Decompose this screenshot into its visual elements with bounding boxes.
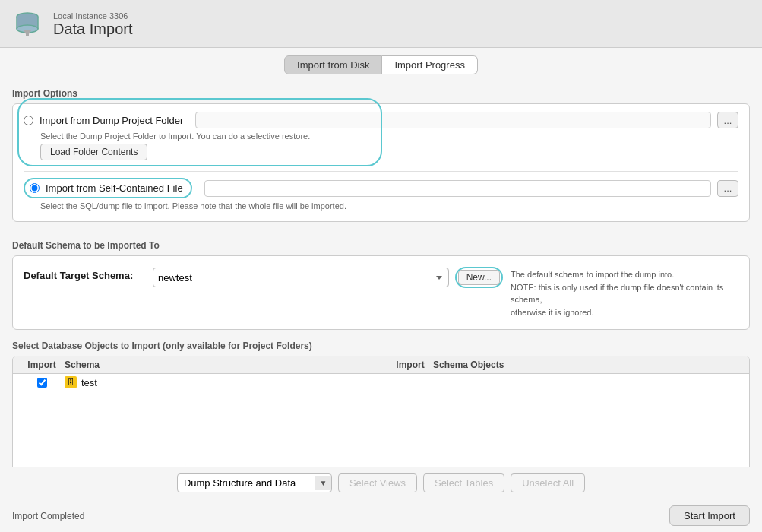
objects-right-panel: Import Schema Objects <box>381 356 749 467</box>
note-line1: The default schema to import the dump in… <box>511 270 674 279</box>
row1-checkbox[interactable] <box>37 378 47 388</box>
select-tables-btn[interactable]: Select Tables <box>423 473 504 492</box>
schema-select[interactable]: newtest test mysql information_schema <box>153 268 449 287</box>
left-table-header: Import Schema <box>13 356 381 374</box>
schema-section-label: Default Schema to be Imported To <box>12 240 750 251</box>
tab-bar: Import from Disk Import Progress <box>0 48 762 81</box>
radio-self-contained[interactable] <box>30 183 40 193</box>
radio1-hint: Select the Dump Project Folder to Import… <box>40 131 738 141</box>
main-window: Local Instance 3306 Data Import Import f… <box>0 0 762 532</box>
radio2-highlight: Import from Self-Contained File <box>24 178 192 198</box>
radio1-browse-btn[interactable]: ... <box>717 112 738 128</box>
radio2-path-input[interactable]: /Users/madeleinesmithpersonal/dumps/Dump… <box>204 180 711 197</box>
tab-import-from-disk[interactable]: Import from Disk <box>284 55 382 74</box>
right-header-import: Import <box>387 359 433 370</box>
radio1-label: Import from Dump Project Folder <box>40 115 183 126</box>
row-schema-label: test <box>81 377 97 388</box>
radio-dump-project[interactable] <box>24 116 33 125</box>
table-row: 🗄 test <box>13 374 381 391</box>
schema-row: Default Target Schema: newtest test mysq… <box>24 267 738 318</box>
radio2-hint: Select the SQL/dump file to import. Plea… <box>40 201 738 211</box>
radio2-section: Import from Self-Contained File /Users/m… <box>24 178 738 211</box>
titlebar: Local Instance 3306 Data Import <box>0 0 762 48</box>
schema-db-icon: 🗄 <box>65 376 77 388</box>
instance-name: Local Instance 3306 <box>53 11 132 21</box>
left-header-import: Import <box>19 359 65 370</box>
titlebar-text: Local Instance 3306 Data Import <box>53 11 132 38</box>
dump-select-arrow[interactable]: ▼ <box>315 476 331 490</box>
objects-section-label: Select Database Objects to Import (only … <box>12 340 750 351</box>
import-options-label: Import Options <box>12 88 750 99</box>
unselect-all-btn[interactable]: Unselect All <box>511 473 585 492</box>
schema-box: Default Target Schema: newtest test mysq… <box>12 255 750 330</box>
new-btn-highlight: New... <box>455 267 503 288</box>
note-line2: NOTE: this is only used if the dump file… <box>511 283 723 305</box>
radio1-path-input[interactable]: /Users/madeleinesmithpersonal/dumps/Dump… <box>195 112 711 128</box>
objects-left-panel: Import Schema 🗄 test <box>13 356 381 467</box>
row-schema-name: 🗄 test <box>65 376 375 388</box>
window-title: Data Import <box>53 21 132 38</box>
schema-note: The default schema to import the dump in… <box>511 267 738 318</box>
note-line3: otherwise it is ignored. <box>511 308 593 317</box>
footer-bar: Import Completed Start Import <box>0 499 762 532</box>
start-import-btn[interactable]: Start Import <box>669 505 750 526</box>
right-header-objects: Schema Objects <box>433 359 743 370</box>
footer-status: Import Completed <box>12 511 84 521</box>
new-schema-btn[interactable]: New... <box>458 270 500 285</box>
radio2-browse-btn[interactable]: ... <box>717 180 738 197</box>
right-table-header: Import Schema Objects <box>381 356 749 374</box>
radio2-label: Import from Self-Contained File <box>46 182 183 194</box>
schema-controls: newtest test mysql information_schema Ne… <box>153 267 503 288</box>
import-options-box: Import from Dump Project Folder /Users/m… <box>12 103 750 222</box>
bottom-toolbar: Dump Structure and Data Dump Structure O… <box>0 467 762 499</box>
svg-rect-4 <box>26 30 29 36</box>
app-icon <box>12 9 43 40</box>
load-folder-btn[interactable]: Load Folder Contents <box>40 144 147 160</box>
objects-tables: Import Schema 🗄 test <box>12 356 750 467</box>
dump-type-select[interactable]: Dump Structure and Data Dump Structure O… <box>178 474 315 492</box>
objects-section: Select Database Objects to Import (only … <box>12 340 750 467</box>
left-header-schema: Schema <box>65 359 375 370</box>
target-schema-label: Default Target Schema: <box>24 267 145 281</box>
tab-import-progress[interactable]: Import Progress <box>382 55 477 74</box>
radio1-row: Import from Dump Project Folder /Users/m… <box>24 112 738 165</box>
select-views-btn[interactable]: Select Views <box>338 473 417 492</box>
row-import-checkbox[interactable] <box>19 378 65 388</box>
dump-select-wrapper: Dump Structure and Data Dump Structure O… <box>177 473 332 492</box>
schema-section: Default Schema to be Imported To Default… <box>12 233 750 330</box>
content-area: Import Options Import from Dump Project … <box>0 81 762 467</box>
